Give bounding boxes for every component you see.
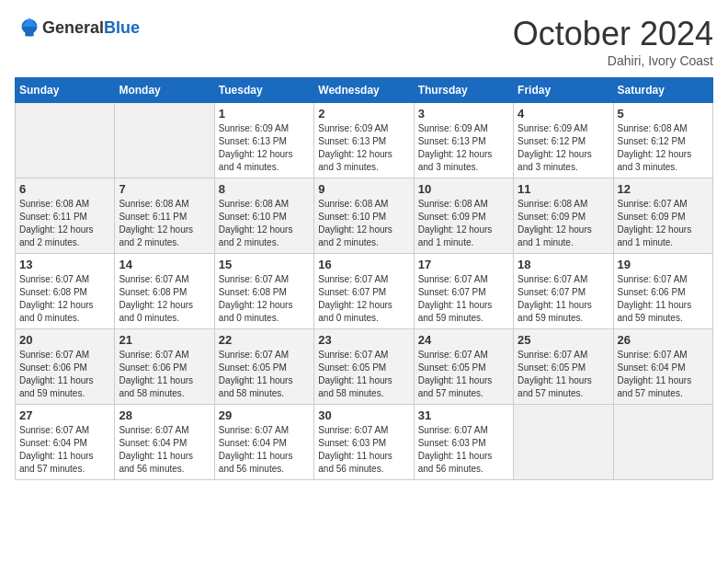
day-number: 7	[119, 182, 210, 196]
day-number: 22	[219, 333, 310, 347]
weekday-header: Monday	[115, 78, 214, 103]
day-number: 25	[518, 333, 609, 347]
day-detail: Sunrise: 6:07 AM Sunset: 6:05 PM Dayligh…	[518, 350, 592, 398]
day-detail: Sunrise: 6:07 AM Sunset: 6:06 PM Dayligh…	[19, 350, 94, 398]
day-number: 12	[618, 182, 709, 196]
calendar-cell: 13Sunrise: 6:07 AM Sunset: 6:08 PM Dayli…	[16, 254, 115, 329]
calendar-cell: 25Sunrise: 6:07 AM Sunset: 6:05 PM Dayli…	[514, 329, 613, 405]
day-number: 18	[518, 258, 609, 271]
day-number: 3	[418, 107, 509, 121]
day-number: 29	[219, 408, 310, 422]
calendar-cell: 27Sunrise: 6:07 AM Sunset: 6:04 PM Dayli…	[16, 405, 115, 480]
day-detail: Sunrise: 6:08 AM Sunset: 6:10 PM Dayligh…	[318, 199, 392, 247]
day-detail: Sunrise: 6:07 AM Sunset: 6:05 PM Dayligh…	[418, 350, 493, 398]
calendar-cell	[514, 405, 613, 480]
month-title: October 2024	[513, 15, 713, 53]
calendar-cell: 7Sunrise: 6:08 AM Sunset: 6:11 PM Daylig…	[115, 178, 214, 254]
calendar-cell: 20Sunrise: 6:07 AM Sunset: 6:06 PM Dayli…	[16, 329, 115, 405]
calendar-cell: 9Sunrise: 6:08 AM Sunset: 6:10 PM Daylig…	[314, 178, 414, 254]
day-number: 13	[19, 258, 110, 271]
day-detail: Sunrise: 6:08 AM Sunset: 6:12 PM Dayligh…	[618, 123, 692, 172]
calendar-cell: 14Sunrise: 6:07 AM Sunset: 6:08 PM Dayli…	[115, 254, 214, 329]
day-detail: Sunrise: 6:08 AM Sunset: 6:09 PM Dayligh…	[518, 199, 592, 247]
logo-general-text: General	[42, 18, 104, 37]
day-detail: Sunrise: 6:08 AM Sunset: 6:11 PM Dayligh…	[19, 199, 94, 247]
calendar-cell: 15Sunrise: 6:07 AM Sunset: 6:08 PM Dayli…	[214, 254, 313, 329]
day-number: 17	[418, 258, 509, 271]
day-detail: Sunrise: 6:07 AM Sunset: 6:04 PM Dayligh…	[119, 425, 193, 474]
calendar-cell: 6Sunrise: 6:08 AM Sunset: 6:11 PM Daylig…	[16, 178, 115, 254]
calendar-cell: 16Sunrise: 6:07 AM Sunset: 6:07 PM Dayli…	[314, 254, 414, 329]
day-number: 21	[119, 333, 210, 347]
calendar-cell	[16, 103, 115, 178]
day-number: 30	[318, 408, 409, 422]
calendar-cell: 26Sunrise: 6:07 AM Sunset: 6:04 PM Dayli…	[613, 329, 712, 405]
day-detail: Sunrise: 6:08 AM Sunset: 6:10 PM Dayligh…	[219, 199, 293, 247]
calendar-cell: 21Sunrise: 6:07 AM Sunset: 6:06 PM Dayli…	[115, 329, 214, 405]
title-area: October 2024 Dahiri, Ivory Coast	[513, 15, 713, 68]
day-number: 9	[318, 182, 409, 196]
day-number: 11	[518, 182, 609, 196]
day-number: 15	[219, 258, 310, 271]
day-number: 23	[318, 333, 409, 347]
weekday-header: Wednesday	[314, 78, 414, 103]
calendar-week-row: 13Sunrise: 6:07 AM Sunset: 6:08 PM Dayli…	[16, 254, 713, 329]
location-title: Dahiri, Ivory Coast	[513, 53, 713, 68]
weekday-row: SundayMondayTuesdayWednesdayThursdayFrid…	[16, 78, 713, 103]
calendar-week-row: 6Sunrise: 6:08 AM Sunset: 6:11 PM Daylig…	[16, 178, 713, 254]
day-detail: Sunrise: 6:07 AM Sunset: 6:04 PM Dayligh…	[618, 350, 692, 398]
day-number: 20	[19, 333, 110, 347]
logo-blue-text: Blue	[104, 18, 140, 37]
calendar-cell: 12Sunrise: 6:07 AM Sunset: 6:09 PM Dayli…	[613, 178, 712, 254]
calendar-cell: 1Sunrise: 6:09 AM Sunset: 6:13 PM Daylig…	[214, 103, 313, 178]
calendar-cell: 23Sunrise: 6:07 AM Sunset: 6:05 PM Dayli…	[314, 329, 414, 405]
calendar-cell: 18Sunrise: 6:07 AM Sunset: 6:07 PM Dayli…	[514, 254, 613, 329]
calendar-cell: 19Sunrise: 6:07 AM Sunset: 6:06 PM Dayli…	[613, 254, 712, 329]
day-detail: Sunrise: 6:07 AM Sunset: 6:04 PM Dayligh…	[219, 425, 293, 474]
logo: GeneralBlue	[15, 15, 140, 40]
calendar-cell: 11Sunrise: 6:08 AM Sunset: 6:09 PM Dayli…	[514, 178, 613, 254]
logo-icon	[17, 15, 42, 40]
day-detail: Sunrise: 6:07 AM Sunset: 6:08 PM Dayligh…	[219, 274, 293, 323]
day-detail: Sunrise: 6:07 AM Sunset: 6:07 PM Dayligh…	[518, 274, 592, 323]
day-number: 2	[318, 107, 409, 121]
calendar-cell: 2Sunrise: 6:09 AM Sunset: 6:13 PM Daylig…	[314, 103, 414, 178]
day-detail: Sunrise: 6:08 AM Sunset: 6:09 PM Dayligh…	[418, 199, 493, 247]
day-number: 14	[119, 258, 210, 271]
calendar-cell: 8Sunrise: 6:08 AM Sunset: 6:10 PM Daylig…	[214, 178, 313, 254]
weekday-header: Friday	[514, 78, 613, 103]
day-detail: Sunrise: 6:09 AM Sunset: 6:13 PM Dayligh…	[219, 123, 293, 172]
day-detail: Sunrise: 6:07 AM Sunset: 6:07 PM Dayligh…	[318, 274, 392, 323]
calendar-cell: 24Sunrise: 6:07 AM Sunset: 6:05 PM Dayli…	[414, 329, 513, 405]
calendar-week-row: 27Sunrise: 6:07 AM Sunset: 6:04 PM Dayli…	[16, 405, 713, 480]
calendar-week-row: 1Sunrise: 6:09 AM Sunset: 6:13 PM Daylig…	[16, 103, 713, 178]
calendar-cell	[613, 405, 712, 480]
day-detail: Sunrise: 6:09 AM Sunset: 6:13 PM Dayligh…	[318, 123, 392, 172]
day-number: 1	[219, 107, 310, 121]
calendar-header: SundayMondayTuesdayWednesdayThursdayFrid…	[16, 78, 713, 103]
day-detail: Sunrise: 6:07 AM Sunset: 6:06 PM Dayligh…	[618, 274, 692, 323]
calendar-cell: 17Sunrise: 6:07 AM Sunset: 6:07 PM Dayli…	[414, 254, 513, 329]
day-number: 4	[518, 107, 609, 121]
weekday-header: Saturday	[613, 78, 712, 103]
calendar-cell: 29Sunrise: 6:07 AM Sunset: 6:04 PM Dayli…	[214, 405, 313, 480]
day-number: 10	[418, 182, 509, 196]
calendar-cell: 28Sunrise: 6:07 AM Sunset: 6:04 PM Dayli…	[115, 405, 214, 480]
day-detail: Sunrise: 6:08 AM Sunset: 6:11 PM Dayligh…	[119, 199, 193, 247]
day-detail: Sunrise: 6:07 AM Sunset: 6:08 PM Dayligh…	[119, 274, 193, 323]
weekday-header: Thursday	[414, 78, 513, 103]
day-detail: Sunrise: 6:07 AM Sunset: 6:05 PM Dayligh…	[219, 350, 293, 398]
calendar-cell: 5Sunrise: 6:08 AM Sunset: 6:12 PM Daylig…	[613, 103, 712, 178]
header: GeneralBlue October 2024 Dahiri, Ivory C…	[15, 15, 713, 68]
day-number: 19	[618, 258, 709, 271]
calendar-cell: 22Sunrise: 6:07 AM Sunset: 6:05 PM Dayli…	[214, 329, 313, 405]
calendar-table: SundayMondayTuesdayWednesdayThursdayFrid…	[15, 77, 713, 480]
weekday-header: Sunday	[16, 78, 115, 103]
day-number: 27	[19, 408, 110, 422]
calendar-cell: 4Sunrise: 6:09 AM Sunset: 6:12 PM Daylig…	[514, 103, 613, 178]
calendar-cell: 30Sunrise: 6:07 AM Sunset: 6:03 PM Dayli…	[314, 405, 414, 480]
day-detail: Sunrise: 6:09 AM Sunset: 6:12 PM Dayligh…	[518, 123, 592, 172]
day-number: 6	[19, 182, 110, 196]
day-detail: Sunrise: 6:07 AM Sunset: 6:04 PM Dayligh…	[19, 425, 94, 474]
day-detail: Sunrise: 6:07 AM Sunset: 6:03 PM Dayligh…	[418, 425, 493, 474]
